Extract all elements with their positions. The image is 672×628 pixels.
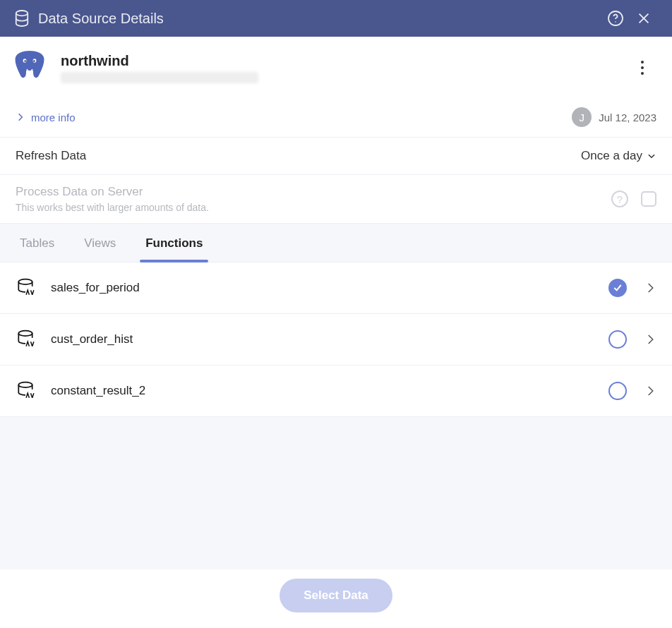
refresh-row: Refresh Data Once a day (0, 138, 672, 175)
svg-point-8 (18, 331, 32, 337)
select-radio[interactable] (608, 382, 627, 400)
more-info-label: more info (31, 111, 76, 123)
database-icon (14, 10, 30, 27)
select-radio[interactable] (608, 330, 627, 349)
svg-point-7 (18, 279, 32, 285)
select-radio-checked[interactable] (608, 279, 627, 297)
process-checkbox[interactable] (641, 191, 656, 207)
close-icon[interactable] (630, 4, 658, 32)
refresh-label: Refresh Data (16, 149, 86, 163)
chevron-down-icon (647, 151, 656, 161)
function-name: cust_order_hist (51, 332, 608, 346)
postgresql-icon (11, 49, 48, 86)
function-item[interactable]: constant_result_2 (0, 366, 672, 417)
functions-list: sales_for_period cust_order_hist (0, 262, 672, 417)
svg-point-2 (615, 21, 616, 23)
function-item[interactable]: cust_order_hist (0, 314, 672, 366)
function-icon (16, 330, 35, 349)
info-row: more info J Jul 12, 2023 (0, 99, 672, 138)
more-options-icon[interactable] (628, 54, 656, 82)
process-title: Process Data on Server (16, 185, 611, 199)
select-data-button[interactable]: Select Data (280, 579, 392, 612)
svg-point-9 (18, 382, 32, 388)
tab-views[interactable]: Views (84, 236, 116, 262)
datasource-header: northwind (0, 37, 672, 99)
function-name: sales_for_period (51, 281, 608, 295)
function-icon (16, 278, 35, 298)
chevron-right-icon (644, 333, 656, 346)
user-avatar[interactable]: J (572, 107, 592, 127)
function-name: constant_result_2 (51, 384, 608, 398)
datasource-name: northwind (61, 53, 628, 69)
tab-tables[interactable]: Tables (20, 236, 54, 262)
function-icon (16, 381, 35, 401)
process-data-row: Process Data on Server This works best w… (0, 175, 672, 224)
svg-point-0 (16, 11, 28, 16)
page-title: Data Source Details (38, 11, 601, 27)
refresh-frequency-value: Once a day (581, 149, 642, 163)
help-icon[interactable]: ? (611, 191, 628, 207)
svg-point-5 (24, 60, 25, 61)
footer: Select Data (0, 569, 672, 622)
tab-functions[interactable]: Functions (145, 236, 203, 262)
function-item[interactable]: sales_for_period (0, 262, 672, 314)
chevron-right-icon (644, 385, 656, 397)
empty-area (0, 417, 672, 569)
tabs: Tables Views Functions (0, 224, 672, 262)
refresh-frequency-select[interactable]: Once a day (581, 149, 656, 163)
help-icon[interactable] (601, 4, 630, 32)
title-bar: Data Source Details (0, 0, 672, 37)
created-date: Jul 12, 2023 (599, 111, 656, 123)
process-subtitle: This works best with larger amounts of d… (16, 202, 611, 213)
chevron-right-icon (644, 282, 656, 294)
svg-point-6 (33, 60, 35, 61)
datasource-subtitle-blurred (61, 72, 258, 83)
more-info-link[interactable]: more info (16, 111, 76, 123)
